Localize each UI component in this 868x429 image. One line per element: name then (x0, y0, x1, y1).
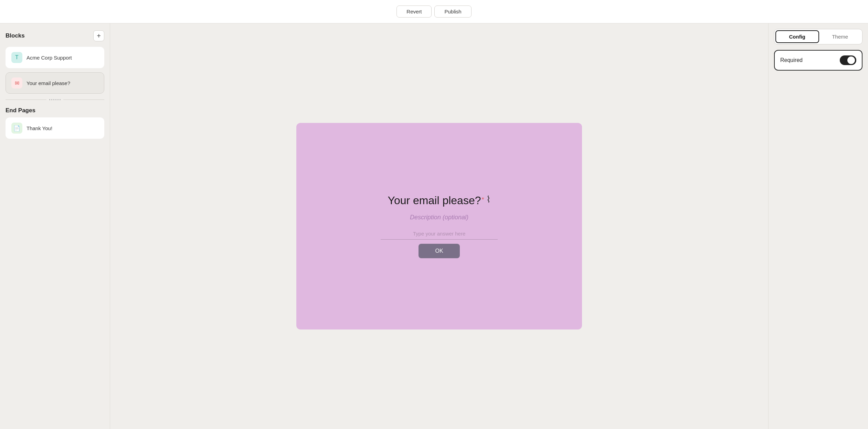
ok-button[interactable]: OK (419, 244, 459, 258)
top-bar: Revert Publish (0, 0, 868, 23)
answer-input[interactable] (381, 228, 498, 240)
drag-handle (49, 99, 61, 100)
right-panel-tabs: Config Theme (774, 29, 862, 44)
email-icon: ✉ (11, 77, 22, 88)
sidebar: Blocks + T Acme Corp Support ✉ Your emai… (0, 23, 110, 429)
thank-you-label: Thank You! (27, 125, 52, 131)
toggle-slider (840, 55, 856, 65)
sidebar-divider (6, 98, 104, 102)
main-layout: Blocks + T Acme Corp Support ✉ Your emai… (0, 23, 868, 429)
form-preview: Your email please? * ⌇ Description (opti… (296, 123, 582, 329)
email-label: Your email please? (27, 80, 70, 86)
add-block-button[interactable]: + (93, 30, 104, 41)
email-field-icon: ⌇ (486, 194, 491, 205)
sidebar-item-acme-corp[interactable]: T Acme Corp Support (6, 47, 104, 68)
end-pages-section: End Pages 📄 Thank You! (6, 107, 104, 139)
required-star: * (481, 196, 484, 203)
question-text: Your email please? (388, 194, 481, 207)
acme-corp-label: Acme Corp Support (27, 55, 72, 61)
divider-line-left (6, 100, 46, 100)
required-label: Required (780, 57, 803, 63)
divider-line-right (63, 100, 104, 100)
revert-button[interactable]: Revert (396, 6, 432, 18)
blocks-title: Blocks (6, 32, 25, 39)
tab-theme[interactable]: Theme (819, 30, 861, 43)
tab-config[interactable]: Config (775, 30, 819, 43)
top-bar-actions: Revert Publish (396, 6, 471, 18)
description-placeholder: Description (optional) (410, 214, 468, 221)
form-input-wrapper: OK (381, 228, 498, 258)
right-panel: Config Theme Required (768, 23, 868, 429)
publish-button[interactable]: Publish (434, 6, 471, 18)
end-pages-title: End Pages (6, 107, 104, 114)
canvas-area: Your email please? * ⌇ Description (opti… (110, 23, 768, 429)
thank-you-icon: 📄 (11, 123, 22, 134)
required-config-row: Required (774, 50, 862, 71)
required-toggle[interactable] (840, 55, 856, 65)
acme-corp-icon: T (11, 52, 22, 63)
question-title: Your email please? * ⌇ (388, 194, 490, 207)
sidebar-item-email[interactable]: ✉ Your email please? (6, 72, 104, 94)
blocks-section-header: Blocks + (6, 30, 104, 41)
sidebar-item-thank-you[interactable]: 📄 Thank You! (6, 117, 104, 139)
